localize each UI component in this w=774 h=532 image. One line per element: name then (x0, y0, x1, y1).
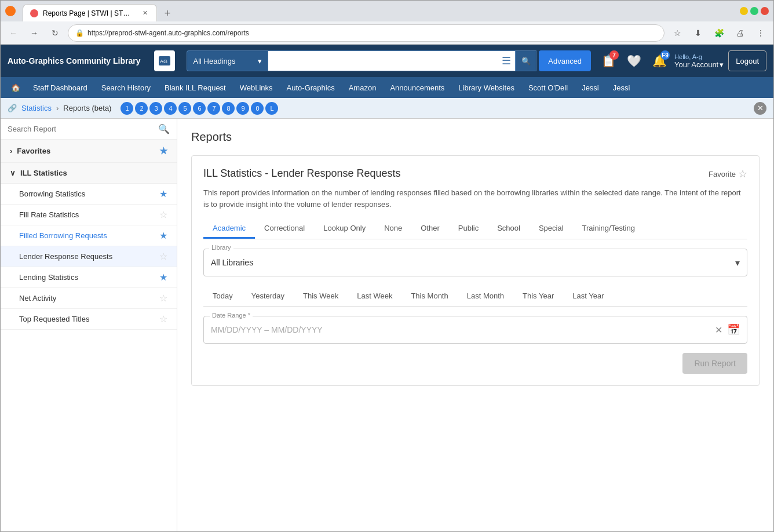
bell-icon-button[interactable]: 🔔 F9 (649, 50, 670, 71)
search-report-icon[interactable]: 🔍 (158, 123, 170, 134)
blank-ill-request-nav-item[interactable]: Blank ILL Request (158, 77, 233, 98)
date-range-input[interactable]: MM/DD/YYYY – MM/DD/YYYY (211, 325, 715, 334)
app-logo-image: AG (154, 50, 175, 71)
borrowing-statistics-star[interactable]: ★ (159, 188, 167, 199)
filled-borrowing-requests-star[interactable]: ★ (159, 230, 167, 241)
sidebar-item-borrowing-statistics[interactable]: Borrowing Statistics ★ (1, 184, 177, 205)
add-tab-button[interactable]: + (159, 5, 176, 21)
alpha-btn-4[interactable]: 4 (164, 102, 177, 115)
weblinks-nav-item[interactable]: WebLinks (233, 77, 280, 98)
alpha-btn-3[interactable]: 3 (149, 102, 162, 115)
sidebar-item-lending-statistics[interactable]: Lending Statistics ★ (1, 267, 177, 288)
sidebar: 🔍 › Favorites ★ ∨ ILL Statistics Borrowi… (1, 119, 177, 531)
print-button[interactable]: 🖨 (732, 25, 748, 41)
library-select[interactable]: All Libraries ▾ (203, 249, 747, 276)
list-icon-button[interactable]: 📋 7 (598, 50, 619, 71)
chevron-down-icon: ∨ (10, 169, 16, 177)
url-input[interactable]: https://preprod-stwi-agent.auto-graphics… (87, 29, 657, 37)
alpha-btn-1[interactable]: 1 (121, 102, 133, 115)
alpha-btn-7[interactable]: 7 (207, 102, 220, 115)
lib-type-tab-academic[interactable]: Academic (203, 219, 255, 239)
tab-title: Reports Page | STWI | STWI | Au... (43, 9, 136, 17)
tab-close-button[interactable]: ✕ (140, 9, 149, 18)
alpha-btn-8[interactable]: 8 (222, 102, 235, 115)
refresh-button[interactable]: ↻ (47, 25, 63, 41)
search-type-select[interactable]: All Headings ▾ (187, 50, 268, 71)
date-tab-this-month[interactable]: This Month (401, 286, 457, 306)
lending-statistics-star[interactable]: ★ (159, 272, 167, 283)
alpha-btn-5[interactable]: 5 (178, 102, 191, 115)
heart-icon-button[interactable]: 🤍 (623, 50, 644, 71)
lib-type-tab-none[interactable]: None (375, 219, 411, 239)
search-history-nav-item[interactable]: Search History (94, 77, 158, 98)
lib-type-tab-public[interactable]: Public (449, 219, 488, 239)
date-tab-last-month[interactable]: Last Month (458, 286, 513, 306)
jessi-nav-item-1[interactable]: Jessi (575, 77, 606, 98)
lib-type-tab-lookup-only[interactable]: Lookup Only (314, 219, 375, 239)
search-button[interactable]: 🔍 (516, 50, 536, 71)
favorite-star-icon[interactable]: ☆ (738, 167, 747, 180)
announcements-nav-item[interactable]: Announcements (383, 77, 451, 98)
lib-type-tab-special[interactable]: Special (530, 219, 573, 239)
lib-type-tab-school[interactable]: School (488, 219, 530, 239)
breadcrumb-close-button[interactable]: ✕ (754, 102, 766, 115)
alpha-btn-L[interactable]: L (265, 102, 278, 115)
extensions-button[interactable]: 🧩 (711, 25, 727, 41)
sidebar-item-fill-rate-statistics[interactable]: Fill Rate Statistics ☆ (1, 205, 177, 225)
lib-type-tab-correctional[interactable]: Correctional (255, 219, 314, 239)
amazon-nav-item[interactable]: Amazon (342, 77, 384, 98)
date-tab-this-year[interactable]: This Year (513, 286, 563, 306)
breadcrumb-current: Reports (beta) (63, 104, 111, 112)
favorite-button[interactable]: Favorite ☆ (709, 167, 747, 180)
account-section[interactable]: Hello, A-g Your Account ▾ (674, 53, 724, 69)
sidebar-item-net-activity[interactable]: Net Activity ☆ (1, 288, 177, 309)
maximize-button[interactable] (750, 7, 758, 15)
favorite-label: Favorite (709, 170, 736, 178)
sidebar-item-top-requested-titles[interactable]: Top Requested Titles ☆ (1, 309, 177, 330)
jessi-nav-item-2[interactable]: Jessi (606, 77, 637, 98)
lib-type-tab-other[interactable]: Other (411, 219, 449, 239)
net-activity-star[interactable]: ☆ (159, 293, 167, 304)
date-range-calendar-button[interactable]: 📅 (727, 323, 740, 336)
breadcrumb-statistics-link[interactable]: Statistics (21, 104, 52, 112)
minimize-button[interactable] (740, 7, 748, 15)
report-title: ILL Statistics - Lender Response Request… (203, 167, 401, 180)
date-tab-yesterday[interactable]: Yesterday (242, 286, 294, 306)
alpha-btn-2[interactable]: 2 (135, 102, 148, 115)
auto-graphics-nav-item[interactable]: Auto-Graphics (280, 77, 342, 98)
run-report-button[interactable]: Run Report (682, 353, 747, 374)
search-report-input[interactable] (8, 125, 154, 133)
downloads-button[interactable]: ⬇ (690, 25, 706, 41)
sidebar-item-lender-response-requests[interactable]: Lender Response Requests ☆ (1, 246, 177, 267)
date-range-label: Date Range * (210, 312, 253, 319)
back-button[interactable]: ← (5, 25, 21, 41)
date-tab-last-year[interactable]: Last Year (563, 286, 613, 306)
library-websites-nav-item[interactable]: Library Websites (451, 77, 521, 98)
top-requested-titles-star[interactable]: ☆ (159, 314, 167, 325)
fill-rate-statistics-star[interactable]: ☆ (159, 209, 167, 220)
sidebar-item-filled-borrowing-requests[interactable]: Filled Borrowing Requests ★ (1, 225, 177, 246)
logout-button[interactable]: Logout (728, 50, 766, 71)
date-range-clear-button[interactable]: ✕ (715, 325, 722, 336)
bookmark-button[interactable]: ☆ (669, 25, 685, 41)
sidebar-section-favorites[interactable]: › Favorites ★ (1, 140, 177, 163)
f9-badge: F9 (660, 50, 670, 60)
more-button[interactable]: ⋮ (753, 25, 769, 41)
date-tab-this-week[interactable]: This Week (294, 286, 348, 306)
sidebar-section-ill-statistics[interactable]: ∨ ILL Statistics (1, 163, 177, 184)
staff-dashboard-nav-item[interactable]: Staff Dashboard (26, 77, 94, 98)
search-input[interactable] (268, 50, 516, 71)
scott-odell-nav-item[interactable]: Scott O'Dell (521, 77, 575, 98)
lender-response-requests-star[interactable]: ☆ (159, 251, 167, 262)
alpha-btn-0[interactable]: 0 (251, 102, 264, 115)
alpha-btn-9[interactable]: 9 (236, 102, 249, 115)
date-tab-last-week[interactable]: Last Week (348, 286, 401, 306)
lib-type-tab-training[interactable]: Training/Testing (573, 219, 644, 239)
home-nav-item[interactable]: 🏠 (5, 77, 26, 98)
date-tab-today[interactable]: Today (203, 286, 242, 306)
forward-button[interactable]: → (26, 25, 42, 41)
browser-tab[interactable]: Reports Page | STWI | STWI | Au... ✕ (23, 4, 157, 21)
alpha-btn-6[interactable]: 6 (193, 102, 206, 115)
advanced-button[interactable]: Advanced (539, 50, 591, 71)
close-button[interactable] (761, 7, 769, 15)
